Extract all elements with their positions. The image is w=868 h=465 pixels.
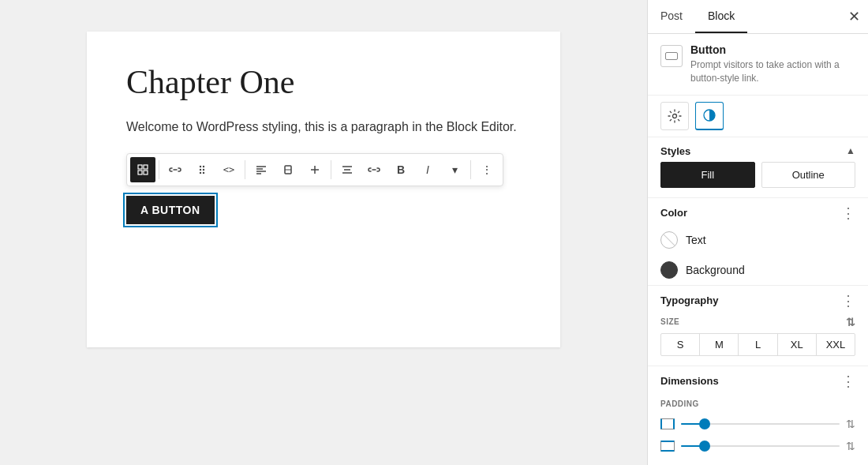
color-section: Color ⋮ Text Background bbox=[648, 198, 868, 286]
block-type-icon bbox=[660, 45, 683, 67]
block-description: Prompt visitors to take action with a bu… bbox=[690, 58, 855, 85]
padding-row-1: ⇅ bbox=[648, 413, 868, 435]
style-toggle bbox=[648, 96, 868, 137]
block-info: Button Prompt visitors to take action wi… bbox=[648, 34, 868, 96]
text-color-label: Text bbox=[686, 234, 706, 246]
padding-horizontal-icon bbox=[660, 418, 675, 429]
text-color-option[interactable]: Text bbox=[648, 225, 868, 255]
svg-rect-1 bbox=[144, 165, 148, 169]
size-xxl[interactable]: XXL bbox=[816, 333, 855, 356]
editor-content: Chapter One Welcome to WordPress styling… bbox=[87, 32, 560, 347]
padding-slider-2-track bbox=[681, 445, 840, 447]
settings-tab[interactable] bbox=[660, 102, 689, 130]
toolbar-block-type[interactable] bbox=[130, 157, 155, 182]
dimensions-title: Dimensions bbox=[660, 375, 719, 387]
toolbar-link[interactable] bbox=[163, 157, 188, 182]
toolbar-sep-4 bbox=[470, 160, 471, 179]
editor-heading[interactable]: Chapter One bbox=[126, 63, 521, 101]
svg-point-4 bbox=[200, 165, 201, 167]
sidebar-header: Post Block ✕ bbox=[648, 0, 868, 34]
styles-collapse-icon[interactable]: ▲ bbox=[846, 145, 855, 156]
toolbar-link2[interactable] bbox=[361, 157, 387, 182]
size-filter-icon[interactable]: ⇅ bbox=[846, 316, 856, 328]
padding-slider-1-thumb[interactable] bbox=[699, 418, 710, 429]
button-block[interactable]: A BUTTON bbox=[126, 196, 215, 224]
padding-label: PADDING bbox=[648, 393, 868, 413]
size-xl[interactable]: XL bbox=[777, 333, 817, 356]
padding-slider-1-track bbox=[681, 423, 840, 425]
size-options: S M L XL XXL bbox=[648, 333, 868, 366]
text-color-swatch bbox=[660, 231, 678, 249]
padding-slider-2-container bbox=[681, 438, 840, 454]
size-m[interactable]: M bbox=[699, 333, 739, 356]
style-outline-button[interactable]: Outline bbox=[761, 162, 856, 188]
styles-section: Styles ▲ Fill Outline bbox=[648, 137, 868, 198]
padding-row-2: ⇅ bbox=[648, 435, 868, 457]
tab-post[interactable]: Post bbox=[648, 0, 695, 33]
button-icon-inner bbox=[665, 52, 678, 60]
styles-header: Styles ▲ bbox=[648, 137, 868, 162]
toolbar-bold[interactable]: B bbox=[388, 157, 413, 182]
padding-vertical-icon bbox=[660, 441, 675, 452]
toolbar-more-formats[interactable]: ▾ bbox=[442, 157, 467, 182]
padding-slider-1-container bbox=[681, 416, 840, 432]
dimensions-more-button[interactable]: ⋮ bbox=[841, 374, 855, 388]
typography-section: Typography ⋮ SIZE ⇅ S M L XL XXL bbox=[648, 286, 868, 366]
toolbar-drag[interactable] bbox=[189, 157, 215, 182]
toolbar-sep-1 bbox=[159, 160, 159, 179]
color-more-button[interactable]: ⋮ bbox=[841, 206, 855, 220]
background-color-option[interactable]: Background bbox=[648, 255, 868, 286]
typography-title: Typography bbox=[660, 294, 718, 306]
toolbar-sep-3 bbox=[331, 160, 331, 179]
svg-point-21 bbox=[673, 114, 677, 118]
svg-point-6 bbox=[200, 168, 201, 170]
toolbar-text-align[interactable] bbox=[335, 157, 360, 182]
dimensions-section: Dimensions ⋮ PADDING ⇅ ⇅ bbox=[648, 366, 868, 457]
svg-rect-0 bbox=[138, 165, 142, 169]
svg-point-8 bbox=[200, 171, 201, 173]
toolbar-code[interactable]: <> bbox=[216, 157, 241, 182]
styles-row: Fill Outline bbox=[648, 162, 868, 198]
editor-paragraph[interactable]: Welcome to WordPress styling, this is a … bbox=[126, 117, 521, 137]
padding-slider-1-adjust-icon[interactable]: ⇅ bbox=[846, 418, 855, 430]
toolbar-sep-2 bbox=[245, 160, 245, 179]
toolbar-italic[interactable]: I bbox=[415, 157, 440, 182]
block-toolbar: <> B I ▾ ⋮ bbox=[126, 153, 503, 186]
sidebar: Post Block ✕ Button Prompt visitors to t… bbox=[647, 0, 868, 465]
svg-point-9 bbox=[203, 171, 204, 173]
toolbar-align-flag[interactable] bbox=[275, 157, 301, 182]
typography-header: Typography ⋮ bbox=[648, 286, 868, 313]
styles-title: Styles bbox=[660, 145, 690, 157]
tab-block[interactable]: Block bbox=[695, 0, 747, 33]
style-fill-button[interactable]: Fill bbox=[660, 162, 755, 188]
toolbar-options[interactable]: ⋮ bbox=[474, 157, 499, 182]
size-label: SIZE ⇅ bbox=[648, 313, 868, 333]
close-button[interactable]: ✕ bbox=[840, 2, 868, 31]
size-s[interactable]: S bbox=[660, 333, 700, 356]
dimensions-header: Dimensions ⋮ bbox=[648, 366, 868, 393]
toolbar-align-left[interactable] bbox=[249, 157, 274, 182]
color-header: Color ⋮ bbox=[648, 198, 868, 225]
typography-more-button[interactable]: ⋮ bbox=[841, 294, 855, 308]
background-color-swatch bbox=[660, 261, 678, 279]
padding-slider-2-adjust-icon[interactable]: ⇅ bbox=[846, 440, 855, 452]
color-title: Color bbox=[660, 207, 687, 219]
styles-tab[interactable] bbox=[695, 102, 724, 130]
size-label-text: SIZE bbox=[660, 317, 679, 326]
svg-rect-2 bbox=[138, 171, 142, 174]
svg-point-5 bbox=[203, 165, 204, 167]
svg-point-7 bbox=[203, 168, 204, 170]
editor-area: Chapter One Welcome to WordPress styling… bbox=[0, 0, 647, 465]
svg-rect-3 bbox=[144, 171, 148, 174]
size-l[interactable]: L bbox=[738, 333, 777, 356]
block-title: Button bbox=[690, 43, 855, 56]
background-color-label: Background bbox=[686, 264, 745, 276]
padding-slider-2-thumb[interactable] bbox=[699, 441, 710, 452]
block-details: Button Prompt visitors to take action wi… bbox=[690, 43, 855, 85]
toolbar-plus[interactable] bbox=[302, 157, 327, 182]
